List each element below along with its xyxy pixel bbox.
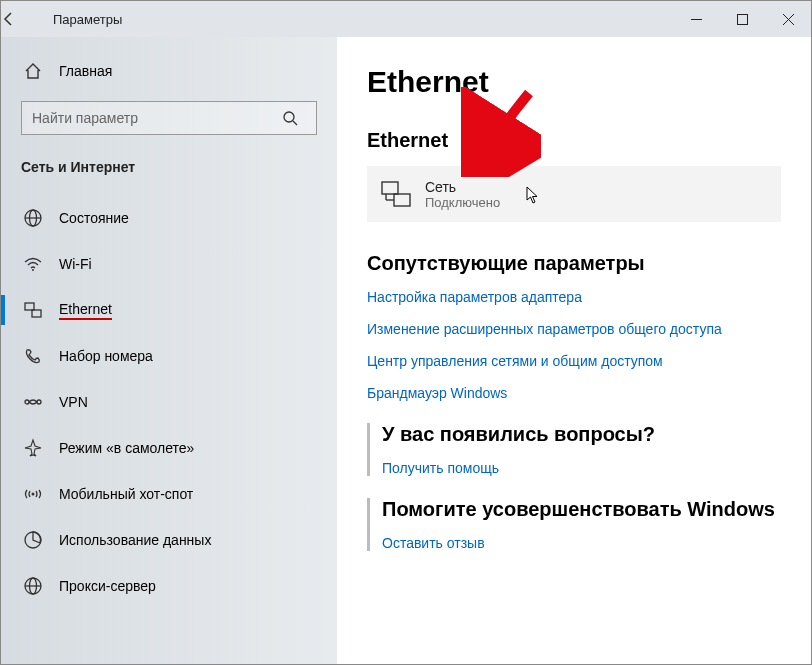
hotspot-icon <box>21 482 45 506</box>
sidebar-item-label: Ethernet <box>59 301 112 320</box>
link-firewall[interactable]: Брандмауэр Windows <box>367 385 781 401</box>
sidebar: Главная Сеть и Интернет Состояние Wi-Fi … <box>1 37 337 664</box>
sidebar-item-dialup[interactable]: Набор номера <box>1 333 337 379</box>
sidebar-item-label: Состояние <box>59 210 129 226</box>
svg-rect-11 <box>32 310 41 317</box>
link-adapter[interactable]: Настройка параметров адаптера <box>367 289 781 305</box>
svg-rect-20 <box>394 194 410 206</box>
window-controls <box>673 1 811 37</box>
sidebar-item-label: Wi-Fi <box>59 256 92 272</box>
connection-card[interactable]: Сеть Подключено <box>367 166 781 222</box>
sidebar-item-label: Набор номера <box>59 348 153 364</box>
link-get-help[interactable]: Получить помощь <box>382 460 781 476</box>
sidebar-item-label: Использование данных <box>59 532 211 548</box>
help-section: У вас появились вопросы? Получить помощь <box>367 423 781 476</box>
globe-icon <box>21 206 45 230</box>
svg-point-13 <box>37 400 41 404</box>
sidebar-item-label: Режим «в самолете» <box>59 440 194 456</box>
back-button[interactable] <box>1 11 49 27</box>
sidebar-item-hotspot[interactable]: Мобильный хот-спот <box>1 471 337 517</box>
datausage-icon <box>21 528 45 552</box>
svg-rect-19 <box>382 182 398 194</box>
close-button[interactable] <box>765 1 811 37</box>
svg-point-9 <box>32 269 34 271</box>
sidebar-item-ethernet[interactable]: Ethernet <box>1 287 337 333</box>
feedback-section: Помогите усовершенствовать Windows Остав… <box>367 498 781 551</box>
home-label: Главная <box>59 63 112 79</box>
nav-list: Состояние Wi-Fi Ethernet Набор номера VP… <box>1 195 337 609</box>
vpn-icon <box>21 390 45 414</box>
svg-point-12 <box>25 400 29 404</box>
svg-line-5 <box>293 121 297 125</box>
svg-point-4 <box>284 112 294 122</box>
connection-status: Подключено <box>425 195 500 210</box>
ethernet-icon <box>381 181 411 207</box>
sidebar-item-label: Мобильный хот-спот <box>59 486 193 502</box>
sidebar-item-wifi[interactable]: Wi-Fi <box>1 241 337 287</box>
sidebar-item-airplane[interactable]: Режим «в самолете» <box>1 425 337 471</box>
home-nav[interactable]: Главная <box>1 53 337 89</box>
link-feedback[interactable]: Оставить отзыв <box>382 535 781 551</box>
sidebar-item-status[interactable]: Состояние <box>1 195 337 241</box>
airplane-icon <box>21 436 45 460</box>
search-icon <box>282 110 316 126</box>
svg-rect-10 <box>25 303 34 310</box>
wifi-icon <box>21 252 45 276</box>
help-heading: У вас появились вопросы? <box>382 423 781 446</box>
svg-rect-1 <box>737 14 747 24</box>
home-icon <box>21 59 45 83</box>
related-heading: Сопутствующие параметры <box>367 252 781 275</box>
window-title: Параметры <box>49 12 673 27</box>
section-title: Ethernet <box>367 129 781 152</box>
related-links: Настройка параметров адаптера Изменение … <box>367 289 781 401</box>
connection-name: Сеть <box>425 179 500 195</box>
titlebar: Параметры <box>1 1 811 37</box>
feedback-heading: Помогите усовершенствовать Windows <box>382 498 781 521</box>
maximize-button[interactable] <box>719 1 765 37</box>
sidebar-item-label: Прокси-сервер <box>59 578 156 594</box>
ethernet-icon <box>21 298 45 322</box>
dialup-icon <box>21 344 45 368</box>
proxy-icon <box>21 574 45 598</box>
search-box[interactable] <box>21 101 317 135</box>
svg-point-14 <box>32 493 35 496</box>
sidebar-item-vpn[interactable]: VPN <box>1 379 337 425</box>
link-sharing[interactable]: Изменение расширенных параметров общего … <box>367 321 781 337</box>
search-input[interactable] <box>22 110 282 126</box>
main-content: Ethernet Ethernet Сеть Подключено Сопутс… <box>337 37 811 664</box>
nav-group-title: Сеть и Интернет <box>1 155 337 195</box>
sidebar-item-datausage[interactable]: Использование данных <box>1 517 337 563</box>
sidebar-item-proxy[interactable]: Прокси-сервер <box>1 563 337 609</box>
minimize-button[interactable] <box>673 1 719 37</box>
sidebar-item-label: VPN <box>59 394 88 410</box>
link-network-center[interactable]: Центр управления сетями и общим доступом <box>367 353 781 369</box>
page-title: Ethernet <box>367 65 781 99</box>
